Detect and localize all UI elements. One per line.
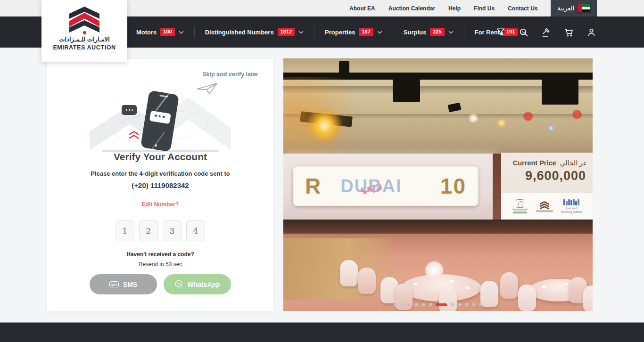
carousel-dot[interactable] (401, 303, 404, 306)
skip-and-verify-later-link[interactable]: Skip and verify later (202, 71, 258, 78)
logo-english-text: EMIRATES AUCTION (41, 44, 127, 51)
resend-countdown: Resend in 53 sec (47, 261, 273, 268)
carousel-dot[interactable] (394, 303, 397, 306)
whatsapp-icon (174, 279, 183, 289)
nav-item-motors[interactable]: Motors 100 (134, 28, 186, 36)
code-digit-input-1[interactable] (116, 220, 134, 241)
carousel-dot[interactable] (422, 303, 425, 306)
yellow-spotlight (306, 107, 343, 144)
cart-icon[interactable] (563, 26, 574, 38)
user-icon[interactable] (586, 26, 597, 38)
emirates-auction-logo (536, 201, 553, 212)
resend-buttons: SMS SMS WhatsApp (47, 274, 273, 294)
nav-item-surplus[interactable]: Surplus 225 (402, 28, 455, 36)
gavel-icon[interactable] (540, 26, 552, 38)
not-received-text: Haven't received a code? (47, 251, 273, 258)
person-kandura (398, 235, 411, 253)
mbr-global-initiatives-logo (512, 199, 528, 213)
person-kandura (528, 233, 541, 252)
chair-cover (583, 285, 593, 311)
count-badge: 225 (430, 28, 444, 36)
resend-whatsapp-button[interactable]: WhatsApp (164, 274, 231, 294)
chair-cover (340, 260, 358, 286)
person-kandura (545, 238, 558, 257)
nav-divider (464, 27, 464, 37)
auction-event-photo: R DUBAI دبي 10 Current Price عر الحالي 9… (283, 58, 593, 311)
nav-item-distinguished-numbers[interactable]: Distinguished Numbers 1812 (203, 28, 305, 36)
person-suit (429, 231, 439, 252)
topbar-link-auction-calendar[interactable]: Auction Calendar (388, 5, 435, 12)
ballroom-ceiling (283, 58, 593, 158)
chair-cover (439, 286, 457, 311)
warm-light (496, 118, 507, 128)
nav-divider (194, 27, 195, 37)
page-title: Verify Your Account (47, 151, 273, 163)
nav-icons (495, 26, 597, 38)
stage-light (542, 75, 578, 105)
count-badge: 1812 (278, 28, 295, 36)
sponsor-logo-strip: أمة تقرأ Reading Nation (501, 193, 593, 220)
topbar-link-help[interactable]: Help (448, 5, 461, 12)
code-digit-input-2[interactable] (139, 220, 158, 241)
topbar-link-about-ea[interactable]: About EA (349, 5, 375, 12)
carousel-dot-active[interactable] (436, 303, 447, 306)
phone-verification-illustration: *** (90, 81, 231, 152)
nav-item-properties[interactable]: Properties 187 (323, 28, 384, 36)
carousel-dot[interactable] (429, 303, 432, 306)
sms-bubble-icon (122, 105, 137, 115)
chevron-down-icon (179, 31, 184, 34)
carousel-dot[interactable] (458, 303, 462, 306)
carousel-dot[interactable] (479, 303, 483, 306)
red-light (523, 111, 533, 122)
stage-light (393, 77, 420, 102)
verify-account-panel: Skip and verify later *** Verify Your Ac… (47, 59, 273, 311)
carousel-dot[interactable] (451, 303, 454, 306)
count-badge: 187 (359, 28, 373, 36)
search-icon[interactable] (518, 26, 529, 38)
carousel-dots (394, 303, 483, 306)
chair-cover (518, 285, 536, 311)
code-digit-input-4[interactable] (186, 220, 205, 241)
nav-label: Distinguished Numbers (205, 29, 274, 36)
code-digit-input-3[interactable] (163, 220, 182, 241)
plate-city: DUBAI دبي (340, 176, 402, 196)
nav-label: Motors (136, 29, 157, 36)
carousel-dot[interactable] (415, 303, 418, 306)
whatsapp-button-label: WhatsApp (187, 281, 220, 288)
audience-area (283, 234, 593, 311)
carousel-dot[interactable] (472, 303, 476, 306)
person-suit (308, 226, 317, 267)
topbar-link-find-us[interactable]: Find Us (474, 5, 495, 12)
verification-code-inputs (47, 220, 273, 241)
nav-divider (393, 27, 393, 37)
plate-city-arabic: دبي (360, 177, 382, 193)
topbar-link-contact-us[interactable]: Contact Us (508, 5, 537, 12)
person-kandura (363, 237, 375, 256)
ballroom-floor (283, 238, 392, 300)
logo-arabic-text: الامـارات للـمـزادات (41, 36, 127, 43)
person-suit (324, 223, 333, 264)
filter-search-icon[interactable] (495, 26, 506, 38)
logo-emirates-auction[interactable]: الامـارات للـمـزادات EMIRATES AUCTION (41, 0, 127, 62)
sms-button-label: SMS (123, 281, 137, 288)
nav-divider (314, 27, 314, 37)
edit-number-link[interactable]: Edit Number? (142, 201, 179, 208)
language-switch-button[interactable]: العربية (551, 0, 597, 16)
plate-display-screen: R DUBAI دبي 10 (283, 154, 496, 222)
current-price-value: 9,600,000 (501, 169, 593, 183)
carousel-dot[interactable] (465, 303, 469, 306)
plate-number: 10 (440, 173, 466, 199)
resend-sms-button[interactable]: SMS SMS (90, 274, 157, 294)
paper-plane-icon (195, 81, 220, 98)
chevron-down-icon (377, 31, 382, 34)
person-kandura (457, 234, 469, 252)
sms-icon: SMS (109, 281, 119, 287)
chevron-down-icon (448, 31, 454, 34)
page: About EA Auction Calendar Help Find Us C… (0, 0, 644, 342)
count-badge: 100 (160, 28, 174, 36)
plate-letter: R (305, 173, 321, 199)
nav-label: Properties (325, 29, 355, 36)
carousel-dot[interactable] (408, 303, 411, 306)
table-flowers (425, 261, 444, 280)
person-kandura (416, 240, 429, 259)
